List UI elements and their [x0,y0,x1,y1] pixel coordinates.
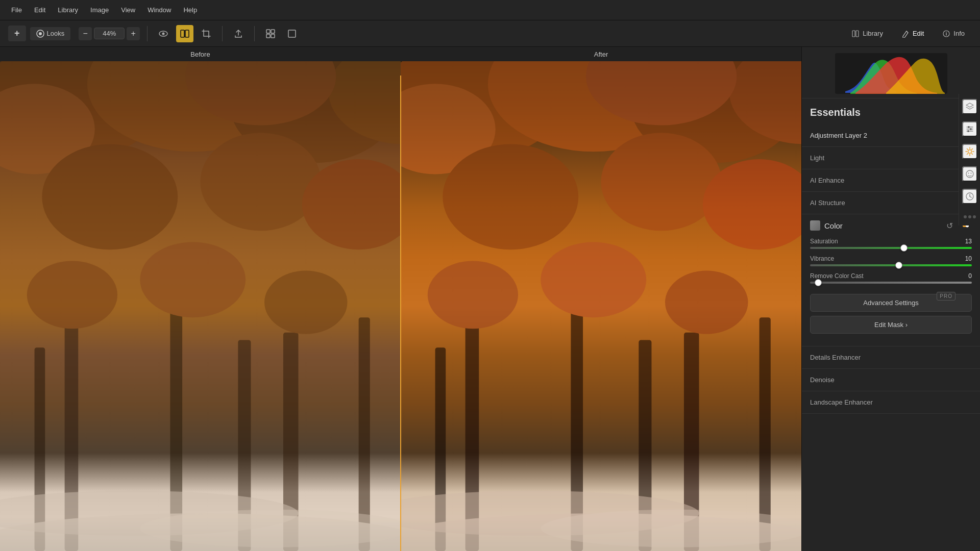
svg-point-65 [968,127,969,128]
svg-rect-7 [266,30,270,33]
svg-point-54 [541,242,646,317]
info-nav-button[interactable]: Info [935,27,972,40]
edit-nav-button[interactable]: Edit [894,27,931,40]
layers-icon [965,102,975,112]
svg-point-32 [27,261,117,329]
svg-rect-10 [271,34,275,38]
remove-color-cast-label: Remove Color Cast [810,272,864,280]
eye-icon [158,29,168,39]
denoise-section[interactable]: Denoise [802,369,980,391]
photo-container[interactable] [0,61,801,551]
ai-structure-label: AI Structure [810,196,972,210]
remove-color-cast-value: 0 [960,272,972,280]
crop-icon [201,29,211,39]
ai-structure-section[interactable]: AI Structure [802,192,980,214]
looks-button[interactable]: Looks [30,27,71,40]
toolbar-right: Library Edit Info [844,27,972,40]
menu-help[interactable]: Help [178,4,202,16]
dot-1 [964,215,967,218]
remove-color-cast-track[interactable] [810,282,972,284]
menu-view[interactable]: View [116,4,140,16]
light-section[interactable]: Light [802,147,980,169]
color-header: Color ↺ [810,219,972,232]
color-title-row: Color [810,220,843,231]
grid-button[interactable] [262,25,279,42]
photo-after [401,61,801,551]
crop-button[interactable] [198,25,215,42]
vibrance-label: Vibrance [810,255,834,262]
ai-enhance-label: AI Enhance [810,173,972,187]
preview-button[interactable] [155,25,172,42]
library-nav-button[interactable]: Library [844,27,890,40]
saturation-track[interactable] [810,247,972,249]
split-icon [180,29,190,39]
adjustments-icon-btn[interactable] [962,121,977,137]
svg-line-75 [971,149,972,150]
export-button[interactable] [230,25,247,42]
sun-icon-btn[interactable] [962,144,977,159]
panel-scroll[interactable]: Essentials Adjustment Layer 2 Light AI E… [802,98,980,551]
svg-point-77 [966,170,973,178]
saturation-thumb[interactable] [900,244,908,252]
remove-color-cast-label-row: Remove Color Cast 0 [810,272,972,280]
svg-point-78 [968,173,969,174]
svg-point-53 [428,261,518,329]
svg-point-66 [970,129,971,130]
vibrance-row: Vibrance 10 [810,255,972,266]
photo-before [0,61,401,551]
split-divider[interactable] [400,76,401,551]
looks-icon [36,30,44,38]
right-panel: Essentials Adjustment Layer 2 Light AI E… [801,47,980,551]
toolbar-separator-2 [222,26,223,41]
zoom-minus-button[interactable]: − [79,27,92,40]
edit-mask-button[interactable]: Edit Mask › [810,316,972,334]
menu-bar: File Edit Library Image View Window Help [0,0,980,20]
remove-color-cast-thumb[interactable] [815,279,822,286]
library-nav-icon [851,30,860,38]
after-trees-overlay [401,61,801,551]
menu-edit[interactable]: Edit [29,4,51,16]
sun-icon [965,146,975,157]
toolbar: + Looks − 44% + [0,20,980,47]
zoom-plus-button[interactable]: + [127,27,140,40]
remove-color-cast-row: Remove Color Cast 0 [810,272,972,284]
export-icon [233,29,243,39]
toolbar-separator-1 [147,26,148,41]
layers-icon-btn[interactable] [962,99,977,114]
svg-rect-5 [185,30,189,37]
svg-point-58 [541,510,801,547]
saturation-label-row: Saturation 13 [810,238,972,245]
bottom-dots [964,215,976,220]
vibrance-track[interactable] [810,264,972,266]
looks-label: Looks [47,30,65,37]
single-view-button[interactable] [283,25,301,42]
svg-point-67 [967,131,969,132]
landscape-enhancer-section[interactable]: Landscape Enhancer [802,391,980,414]
menu-library[interactable]: Library [53,4,83,16]
adjustment-layer-section[interactable]: Adjustment Layer 2 [802,124,980,147]
menu-window[interactable]: Window [142,4,176,16]
add-button[interactable]: + [8,26,26,41]
pro-badge: PRO [937,292,955,299]
histogram-chart [835,53,947,94]
clock-icon-btn[interactable] [962,189,977,204]
face-icon-btn[interactable] [962,166,977,182]
vibrance-label-row: Vibrance 10 [810,255,972,262]
svg-rect-9 [266,34,270,38]
edit-nav-icon [901,30,910,38]
zoom-value[interactable]: 44% [94,28,125,39]
color-swatch-icon [810,220,820,231]
canvas-area: Before After [0,47,801,551]
dot-3 [973,215,976,218]
toolbar-separator-3 [254,26,255,41]
before-label: Before [0,47,401,61]
menu-image[interactable]: Image [85,4,114,16]
library-nav-label: Library [863,30,883,37]
color-reset-button[interactable]: ↺ [943,219,955,232]
plus-icon: + [14,28,20,39]
menu-file[interactable]: File [6,4,27,16]
ai-enhance-section[interactable]: AI Enhance [802,169,980,192]
split-view-button[interactable] [176,25,193,42]
vibrance-thumb[interactable] [895,262,902,269]
details-enhancer-section[interactable]: Details Enhancer [802,346,980,369]
